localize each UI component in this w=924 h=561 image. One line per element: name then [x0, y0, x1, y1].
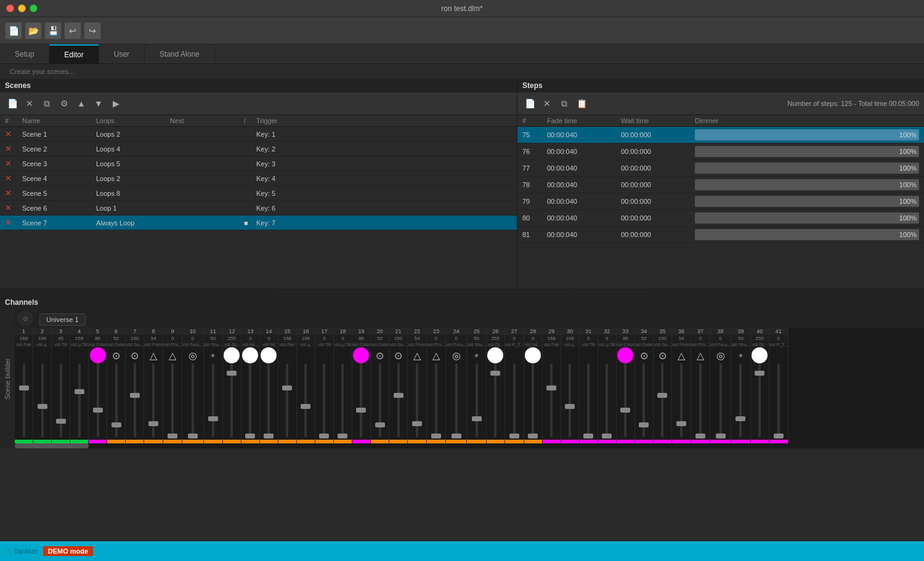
- fader-track[interactable]: [587, 363, 590, 437]
- step-delete-button[interactable]: ✕: [540, 96, 554, 111]
- fader-track[interactable]: [719, 363, 722, 437]
- fader-track[interactable]: [230, 363, 233, 437]
- fader-track[interactable]: [435, 363, 437, 437]
- fader-thumb[interactable]: [657, 393, 667, 398]
- scene-delete-button[interactable]: ✕: [22, 96, 37, 111]
- fader-track[interactable]: [267, 363, 270, 437]
- channel-strip[interactable]: 3 45 vizi Tilt: [52, 328, 70, 443]
- channel-fader[interactable]: [427, 363, 445, 440]
- tab-setup[interactable]: Setup: [0, 44, 49, 63]
- channel-fader[interactable]: [15, 363, 33, 440]
- channel-fader[interactable]: [204, 363, 222, 440]
- channel-strip[interactable]: 10 0 vizi Focu... ◎: [182, 328, 203, 443]
- channel-strip[interactable]: 19 86 vizi Color: [352, 328, 371, 443]
- channel-strip[interactable]: 23 0 vizi Pris... △: [427, 328, 446, 443]
- fader-track[interactable]: [286, 363, 288, 437]
- fader-track[interactable]: [171, 363, 174, 437]
- channel-fader[interactable]: [408, 363, 426, 440]
- channel-fader[interactable]: [617, 363, 634, 440]
- scene-row-delete[interactable]: ✕: [5, 144, 22, 153]
- fader-track[interactable]: [699, 363, 702, 437]
- channel-strip[interactable]: 30 106 vizi μ.: [561, 328, 580, 443]
- channel-strip[interactable]: 6 52 vizi Gobo ⊙: [107, 328, 126, 443]
- scene-up-button[interactable]: ▲: [74, 96, 89, 111]
- fader-track[interactable]: [323, 363, 325, 437]
- step-new-button[interactable]: 📄: [522, 96, 537, 111]
- channel-fader[interactable]: [33, 363, 51, 440]
- fader-thumb[interactable]: [472, 416, 482, 421]
- fader-track[interactable]: [758, 363, 761, 437]
- fader-track[interactable]: [532, 363, 534, 437]
- fader-track[interactable]: [739, 363, 742, 437]
- fader-thumb[interactable]: [356, 408, 366, 413]
- fader-track[interactable]: [212, 363, 214, 437]
- channel-fader[interactable]: [182, 363, 203, 440]
- fader-thumb[interactable]: [394, 393, 403, 398]
- channel-fader[interactable]: [107, 363, 125, 440]
- fader-track[interactable]: [341, 363, 344, 437]
- scene-row-delete[interactable]: ✕: [5, 129, 22, 139]
- channel-strip[interactable]: 4 159 vizi μ.Tilt: [70, 328, 89, 443]
- channel-strip[interactable]: 11 50 vizi Shu... ☀: [204, 328, 223, 443]
- fader-thumb[interactable]: [755, 371, 764, 376]
- channel-fader[interactable]: [241, 363, 259, 440]
- channel-strip[interactable]: 18 0 vizi μ.Tilt: [334, 328, 352, 443]
- channel-fader[interactable]: [524, 363, 542, 440]
- fader-thumb[interactable]: [639, 422, 649, 427]
- horizontal-scrollbar[interactable]: [15, 443, 924, 448]
- channel-strip[interactable]: 1 168 vizi Pan: [15, 328, 33, 443]
- fader-track[interactable]: [416, 363, 418, 437]
- open-file-button[interactable]: 📂: [25, 22, 42, 39]
- channel-fader[interactable]: [561, 363, 579, 440]
- fader-thumb[interactable]: [602, 434, 612, 438]
- channel-fader[interactable]: [751, 363, 769, 440]
- channel-strip[interactable]: 2 106 vizi μ.: [33, 328, 52, 443]
- tab-editor[interactable]: Editor: [49, 44, 99, 63]
- channel-fader[interactable]: [223, 363, 241, 440]
- fader-track[interactable]: [624, 363, 626, 437]
- channel-fader[interactable]: [731, 363, 750, 440]
- channel-fader[interactable]: [543, 363, 561, 440]
- channel-strip[interactable]: 17 0 vizi Tilt: [315, 328, 334, 443]
- fader-track[interactable]: [379, 363, 381, 437]
- channel-fader[interactable]: [260, 363, 278, 440]
- fader-thumb[interactable]: [620, 408, 630, 413]
- channel-strip[interactable]: 41 0 vizi P_T...: [769, 328, 788, 443]
- fader-track[interactable]: [304, 363, 307, 437]
- channel-strip[interactable]: 38 0 vizi Focu... ◎: [710, 328, 731, 443]
- channel-strip[interactable]: 39 50 vizi Shu... ☀: [731, 328, 750, 443]
- step-row[interactable]: 79 00:00:040 00:00:000 100%: [517, 193, 924, 210]
- channel-strip[interactable]: 27 0 vizi P_T...: [505, 328, 524, 443]
- fader-thumb[interactable]: [546, 385, 556, 390]
- channel-strip[interactable]: 15 168 vizi Pan: [278, 328, 297, 443]
- channel-strip[interactable]: 31 0 vizi Tilt: [580, 328, 598, 443]
- channel-strip[interactable]: 22 54 vizi Prism △: [408, 328, 427, 443]
- channel-strip[interactable]: 16 106 vizi μ.: [297, 328, 315, 443]
- fader-thumb[interactable]: [490, 371, 500, 376]
- fader-thumb[interactable]: [148, 421, 158, 426]
- fader-thumb[interactable]: [245, 434, 255, 438]
- channel-strip[interactable]: 35 150 vizi Go... ⊙: [654, 328, 672, 443]
- step-paste-button[interactable]: 📋: [574, 96, 589, 111]
- channel-strip[interactable]: 33 86 vizi Color: [617, 328, 635, 443]
- channel-strip[interactable]: 21 150 vizi Go... ⊙: [389, 328, 408, 443]
- channel-strip[interactable]: 28 0 vizi Int...: [524, 328, 543, 443]
- step-row[interactable]: 77 00:00:040 00:00:000 100%: [517, 160, 924, 177]
- channel-fader[interactable]: [297, 363, 315, 440]
- fader-track[interactable]: [23, 363, 25, 437]
- fader-track[interactable]: [550, 363, 553, 437]
- fader-thumb[interactable]: [452, 434, 461, 438]
- channel-strip[interactable]: 26 255 vizi Dj...: [487, 328, 505, 443]
- fader-thumb[interactable]: [716, 434, 726, 438]
- new-file-button[interactable]: 📄: [5, 22, 22, 39]
- fader-track[interactable]: [476, 363, 478, 437]
- fader-thumb[interactable]: [338, 434, 347, 438]
- fader-track[interactable]: [661, 363, 663, 437]
- channel-strip[interactable]: 8 54 vizi Prism △: [144, 328, 163, 443]
- channel-fader[interactable]: [144, 363, 163, 440]
- fader-thumb[interactable]: [695, 434, 705, 438]
- fader-thumb[interactable]: [188, 434, 198, 438]
- minimize-button[interactable]: [18, 4, 26, 12]
- channel-fader[interactable]: [315, 363, 333, 440]
- fader-track[interactable]: [606, 363, 608, 437]
